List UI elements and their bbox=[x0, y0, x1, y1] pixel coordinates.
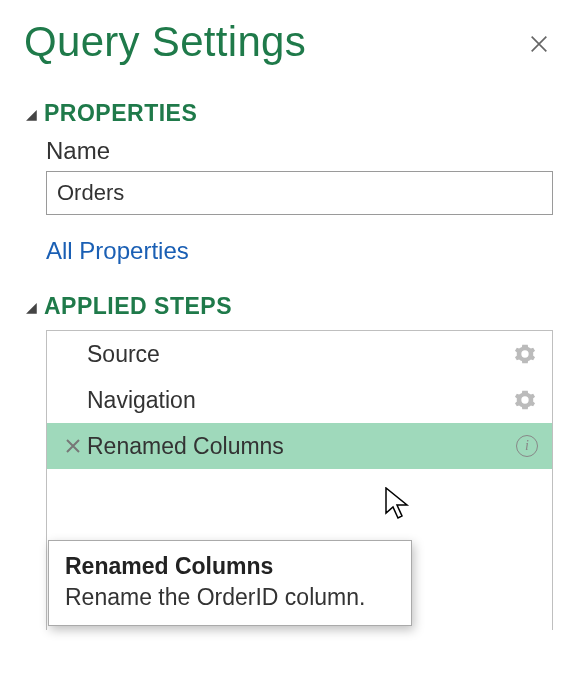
step-row-source[interactable]: Source bbox=[47, 331, 552, 377]
triangle-down-icon: ◢ bbox=[24, 299, 38, 315]
tooltip-title: Renamed Columns bbox=[65, 553, 395, 580]
properties-title: PROPERTIES bbox=[44, 100, 197, 127]
close-button[interactable] bbox=[525, 30, 553, 58]
x-icon bbox=[65, 438, 81, 454]
step-row-navigation[interactable]: Navigation bbox=[47, 377, 552, 423]
step-label: Navigation bbox=[87, 387, 512, 414]
tooltip-body: Rename the OrderID column. bbox=[65, 584, 395, 611]
step-delete-button[interactable] bbox=[59, 438, 87, 454]
gear-icon bbox=[514, 389, 536, 411]
step-settings-button[interactable] bbox=[512, 387, 538, 413]
all-properties-link[interactable]: All Properties bbox=[46, 237, 553, 265]
header: Query Settings bbox=[24, 18, 553, 66]
name-input[interactable] bbox=[46, 171, 553, 215]
triangle-down-icon: ◢ bbox=[24, 106, 38, 122]
step-label: Source bbox=[87, 341, 512, 368]
step-info-button[interactable]: i bbox=[516, 435, 538, 457]
step-row-renamed-columns[interactable]: Renamed Columns i bbox=[47, 423, 552, 469]
properties-section: ◢ PROPERTIES Name All Properties bbox=[24, 100, 553, 265]
name-label: Name bbox=[46, 137, 553, 165]
page-title: Query Settings bbox=[24, 18, 306, 66]
applied-steps-title: APPLIED STEPS bbox=[44, 293, 232, 320]
step-tooltip: Renamed Columns Rename the OrderID colum… bbox=[48, 540, 412, 626]
step-label: Renamed Columns bbox=[87, 433, 508, 460]
close-icon bbox=[528, 33, 550, 55]
applied-steps-header[interactable]: ◢ APPLIED STEPS bbox=[24, 293, 553, 320]
step-settings-button[interactable] bbox=[512, 341, 538, 367]
gear-icon bbox=[514, 343, 536, 365]
properties-header[interactable]: ◢ PROPERTIES bbox=[24, 100, 553, 127]
